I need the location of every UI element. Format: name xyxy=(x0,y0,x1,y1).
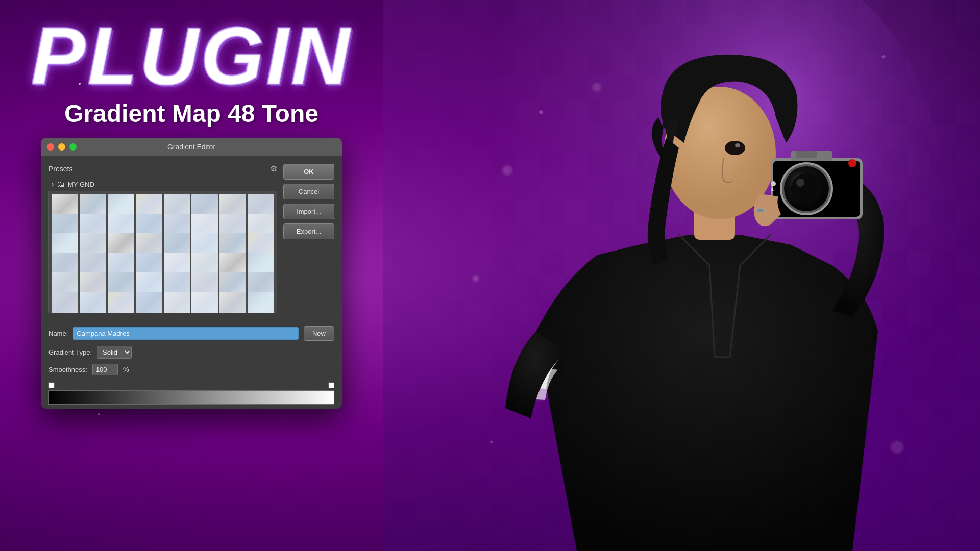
svg-point-3 xyxy=(725,141,745,155)
presets-label: Presets xyxy=(48,165,72,173)
traffic-lights xyxy=(47,143,77,151)
cancel-button[interactable]: Cancel xyxy=(283,184,334,199)
ok-button[interactable]: OK xyxy=(283,164,334,180)
svg-point-11 xyxy=(791,173,822,204)
svg-point-12 xyxy=(796,179,804,187)
gradient-swatch[interactable] xyxy=(80,292,106,314)
dialog-title: Gradient Editor xyxy=(167,143,215,151)
minimize-button[interactable] xyxy=(58,143,65,151)
presets-header: Presets ⚙ xyxy=(48,164,277,173)
smoothness-input[interactable] xyxy=(92,364,118,375)
folder-icon: 🗂 xyxy=(57,180,65,189)
left-panel: PLUGIN Gradient Map 48 Tone Gradient Edi… xyxy=(0,0,383,551)
export-button[interactable]: Export... xyxy=(283,223,334,239)
right-section: OK Cancel Import... Export... xyxy=(283,164,334,313)
person-figure-svg xyxy=(383,0,980,551)
person-area xyxy=(383,0,980,551)
smoothness-unit: % xyxy=(123,366,129,373)
chevron-icon: › xyxy=(52,181,54,188)
gradient-grid[interactable] xyxy=(48,191,277,313)
gradient-swatch[interactable] xyxy=(108,292,134,314)
import-button[interactable]: Import... xyxy=(283,204,334,219)
gradient-type-row: Gradient Type: Solid Noise xyxy=(41,343,342,361)
gear-icon[interactable]: ⚙ xyxy=(270,164,277,173)
gradient-bar xyxy=(48,390,334,405)
gradient-swatch[interactable] xyxy=(164,292,190,314)
new-button[interactable]: New xyxy=(304,326,334,341)
gradient-swatch[interactable] xyxy=(136,292,162,314)
name-label: Name: xyxy=(48,330,68,337)
gradient-swatch[interactable] xyxy=(191,292,218,314)
gradient-swatch[interactable] xyxy=(248,292,274,314)
smoothness-label: Smoothness: xyxy=(48,366,87,373)
name-row: Name: New xyxy=(41,321,342,343)
svg-point-13 xyxy=(848,159,856,167)
subtitle: Gradient Map 48 Tone xyxy=(64,99,318,128)
name-input[interactable] xyxy=(73,327,299,340)
color-stop-left[interactable] xyxy=(48,382,55,388)
maximize-button[interactable] xyxy=(69,143,77,151)
plugin-title: PLUGIN xyxy=(31,15,352,97)
dialog-body: Presets ⚙ › 🗂 MY GND xyxy=(41,156,342,321)
folder-name: MY GND xyxy=(68,181,94,188)
gradient-bar-row xyxy=(41,378,342,409)
folder-row[interactable]: › 🗂 MY GND xyxy=(48,178,277,191)
smoothness-row: Smoothness: % xyxy=(41,361,342,378)
svg-point-4 xyxy=(735,143,740,147)
close-button[interactable] xyxy=(47,143,54,151)
right-panel xyxy=(383,0,980,551)
svg-rect-8 xyxy=(796,151,817,158)
left-section: Presets ⚙ › 🗂 MY GND xyxy=(48,164,277,313)
svg-rect-15 xyxy=(756,208,765,212)
gradient-swatch[interactable] xyxy=(219,292,246,314)
gradient-type-label: Gradient Type: xyxy=(48,348,92,356)
color-stop-right[interactable] xyxy=(328,382,334,388)
svg-point-14 xyxy=(771,181,776,186)
gradient-editor-dialog: Gradient Editor Presets ⚙ › 🗂 MY GND xyxy=(41,138,342,409)
gradient-swatch[interactable] xyxy=(52,292,78,314)
title-bar: Gradient Editor xyxy=(41,138,342,156)
gradient-type-select[interactable]: Solid Noise xyxy=(97,346,132,359)
